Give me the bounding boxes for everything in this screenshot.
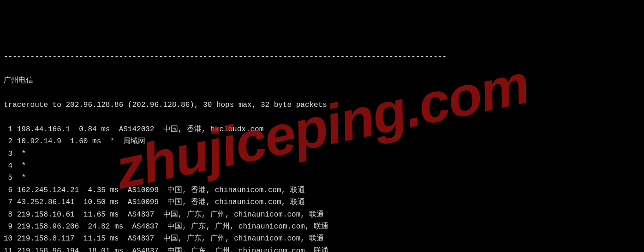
hop-row: 3 * xyxy=(4,148,640,160)
hop-row: 11 219.158.96.194 18.01 ms AS4837 中国, 广东… xyxy=(4,245,640,252)
hop-row: 5 * xyxy=(4,172,640,184)
hop-row: 1 198.44.166.1 0.84 ms AS142032 中国, 香港, … xyxy=(4,123,640,135)
hop-row: 8 219.158.10.61 11.65 ms AS4837 中国, 广东, … xyxy=(4,209,640,221)
traceroute-header: traceroute to 202.96.128.86 (202.96.128.… xyxy=(4,99,640,111)
hop-row: 10 219.158.8.117 11.15 ms AS4837 中国, 广东,… xyxy=(4,233,640,245)
hop-row: 7 43.252.86.141 10.50 ms AS10099 中国, 香港,… xyxy=(4,196,640,208)
route-title: 广州电信 xyxy=(4,75,640,87)
hop-row: 4 * xyxy=(4,160,640,172)
hop-row: 2 10.92.14.9 1.60 ms * 局域网 xyxy=(4,135,640,147)
hop-row: 9 219.158.96.206 24.82 ms AS4837 中国, 广东,… xyxy=(4,221,640,233)
separator-line: ----------------------------------------… xyxy=(4,51,640,63)
hops-list: 1 198.44.166.1 0.84 ms AS142032 中国, 香港, … xyxy=(4,123,640,252)
hop-row: 6 162.245.124.21 4.35 ms AS10099 中国, 香港,… xyxy=(4,184,640,196)
